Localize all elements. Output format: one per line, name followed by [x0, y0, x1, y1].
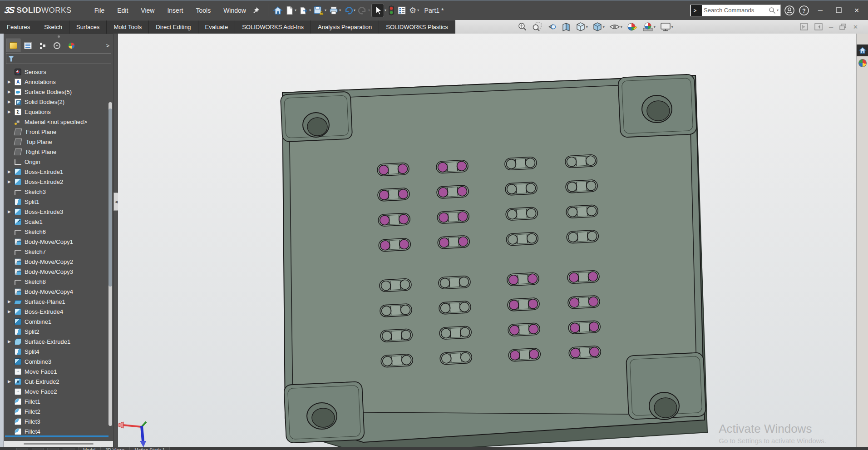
statusbar-tab-motion-study-1[interactable]: Motion Study 1 — [129, 447, 170, 450]
zoom-to-area-button[interactable] — [531, 21, 543, 32]
search-commands-input[interactable] — [704, 7, 769, 14]
tree-item-sketch7[interactable]: Sketch7 — [4, 247, 113, 257]
graphics-viewport[interactable]: x z Activate Windows Go to Settings to a… — [118, 34, 856, 447]
view-settings-button[interactable]: ▾ — [659, 21, 674, 32]
edit-appearance-button[interactable] — [626, 21, 639, 32]
ribbon-tab-analysis-preparation[interactable]: Analysis Preparation — [311, 20, 379, 34]
ribbon-tab-direct-editing[interactable]: Direct Editing — [149, 20, 198, 34]
ribbon-tab-features[interactable]: Features — [0, 20, 37, 34]
minimize-button[interactable]: ─ — [813, 4, 828, 17]
tab-dimxpert-manager[interactable] — [49, 39, 64, 52]
save-button[interactable]: ▾ — [313, 5, 327, 16]
redo-button[interactable]: ▾ — [357, 5, 371, 16]
caret-down-icon[interactable]: ▾ — [325, 8, 326, 12]
tree-item-sketch6[interactable]: Sketch6 — [4, 227, 113, 237]
expand-arrow-icon[interactable]: ▶ — [8, 179, 15, 184]
print-button[interactable]: ▾ — [328, 5, 342, 16]
ribbon-tab-surfaces[interactable]: Surfaces — [69, 20, 107, 34]
ribbon-tab-solidworks-add-ins[interactable]: SOLIDWORKS Add-Ins — [235, 20, 311, 34]
tree-item-material-not-specified-[interactable]: Material <not specified> — [4, 117, 113, 127]
expand-arrow-icon[interactable]: ▶ — [8, 109, 15, 114]
tree-horizontal-scrollbar[interactable] — [4, 441, 113, 447]
home-button[interactable] — [272, 5, 284, 16]
ribbon-tab-sketch[interactable]: Sketch — [37, 20, 69, 34]
tree-item-sketch3[interactable]: Sketch3 — [4, 187, 113, 197]
tree-item-split4[interactable]: Split4 — [4, 346, 113, 356]
rebuild-button[interactable] — [387, 5, 395, 16]
display-style-button[interactable]: ▾ — [592, 21, 606, 32]
caret-down-icon[interactable]: ▾ — [586, 25, 588, 29]
statusbar-tab-model[interactable]: Model — [78, 447, 100, 450]
tree-item-combine1[interactable]: Combine1 — [4, 316, 113, 326]
statusbar-tab-3d-views[interactable]: 3D Views — [100, 447, 129, 450]
menu-edit[interactable]: Edit — [112, 4, 133, 17]
tab-display-manager[interactable] — [64, 39, 79, 52]
caret-down-icon[interactable]: ▾ — [385, 8, 386, 12]
select-tool-button[interactable] — [372, 4, 384, 17]
tree-item-move-face1[interactable]: Move Face1 — [4, 366, 113, 376]
expand-arrow-icon[interactable]: ▶ — [8, 209, 15, 214]
account-button[interactable] — [784, 5, 795, 16]
open-button[interactable]: ▾ — [298, 5, 312, 16]
ribbon-tab-mold-tools[interactable]: Mold Tools — [107, 20, 149, 34]
tree-item-top-plane[interactable]: Top Plane — [4, 137, 113, 147]
tree-item-body-move-copy4[interactable]: Body-Move/Copy4 — [4, 287, 113, 297]
tree-item-split2[interactable]: Split2 — [4, 326, 113, 336]
tree-item-surface-plane1[interactable]: ▶Surface-Plane1 — [4, 297, 113, 307]
previous-view-button[interactable] — [546, 21, 557, 32]
pin-menubar-button[interactable] — [252, 7, 260, 14]
tree-item-equations[interactable]: ▶Equations — [4, 107, 113, 117]
tree-item-fillet2[interactable]: Fillet2 — [4, 406, 113, 416]
tree-item-scale1[interactable]: Scale1 — [4, 217, 113, 227]
menu-window[interactable]: Window — [218, 4, 252, 17]
apply-scene-button[interactable]: ▾ — [641, 21, 656, 32]
caret-down-icon[interactable]: ▾ — [654, 25, 656, 29]
search-icon[interactable] — [769, 7, 776, 14]
section-view-button[interactable] — [560, 21, 572, 32]
doc-minimize-button[interactable]: ─ — [829, 24, 833, 30]
help-button[interactable]: ? — [798, 5, 810, 16]
maximize-button[interactable] — [831, 4, 846, 17]
tree-item-origin[interactable]: Origin — [4, 157, 113, 167]
expand-arrow-icon[interactable]: ▶ — [8, 99, 15, 104]
tab-features-manager[interactable] — [6, 39, 20, 52]
tree-item-split1[interactable]: Split1 — [4, 197, 113, 207]
tab-configuration-manager[interactable] — [35, 39, 49, 52]
tree-item-body-move-copy3[interactable]: Body-Move/Copy3 — [4, 267, 113, 277]
ribbon-tab-solidworks-plastics[interactable]: SOLIDWORKS Plastics — [379, 20, 455, 34]
tree-item-combine3[interactable]: Combine3 — [4, 356, 113, 366]
tree-item-sensors[interactable]: Sensors — [4, 67, 113, 77]
expand-arrow-icon[interactable]: ▶ — [8, 339, 15, 344]
panel-expand-arrow[interactable]: > — [102, 39, 113, 52]
doc-restore-icon[interactable] — [839, 24, 847, 30]
caret-down-icon[interactable]: ▾ — [671, 25, 673, 29]
tree-item-solid-bodies-2-[interactable]: ▶Solid Bodies(2) — [4, 97, 113, 107]
close-button[interactable]: ✕ — [849, 4, 864, 17]
panel-grab-handle[interactable] — [4, 34, 113, 39]
expand-arrow-icon[interactable]: ▶ — [8, 89, 15, 94]
menu-insert[interactable]: Insert — [162, 4, 188, 17]
caret-down-icon[interactable]: ▾ — [621, 25, 622, 29]
tree-item-right-plane[interactable]: Right Plane — [4, 147, 113, 157]
task-pane-home-button[interactable] — [857, 45, 868, 56]
new-document-button[interactable]: ▾ — [285, 5, 297, 16]
tree-item-boss-extrude3[interactable]: ▶Boss-Extrude3 — [4, 207, 113, 217]
panel-splitter[interactable]: ◀ — [113, 34, 118, 447]
tree-item-sketch8[interactable]: Sketch8 — [4, 277, 113, 287]
tree-vertical-scrollbar[interactable] — [108, 102, 112, 426]
tree-item-fillet4[interactable]: Fillet4 — [4, 426, 113, 435]
zoom-to-fit-button[interactable] — [517, 21, 528, 32]
hide-show-items-button[interactable]: ▾ — [608, 21, 623, 32]
tree-item-annotations[interactable]: ▶Annotations — [4, 77, 113, 87]
caret-down-icon[interactable]: ▾ — [339, 8, 341, 12]
tree-item-body-move-copy1[interactable]: Body-Move/Copy1 — [4, 237, 113, 247]
caret-down-icon[interactable]: ▾ — [603, 25, 605, 29]
view-orientation-button[interactable]: ▾ — [575, 21, 589, 32]
tree-item-fillet3[interactable]: Fillet3 — [4, 416, 113, 426]
caret-down-icon[interactable]: ▾ — [777, 8, 779, 12]
tree-item-surface-extrude1[interactable]: ▶Surface-Extrude1 — [4, 336, 113, 346]
ribbon-tab-evaluate[interactable]: Evaluate — [198, 20, 236, 34]
tree-item-boss-extrude1[interactable]: ▶Boss-Extrude1 — [4, 167, 113, 177]
menu-file[interactable]: File — [89, 4, 110, 17]
tab-property-manager[interactable] — [20, 39, 35, 52]
